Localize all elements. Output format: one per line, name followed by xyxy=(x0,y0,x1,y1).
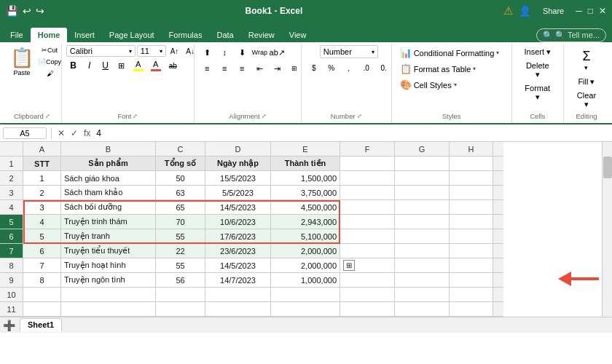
cell-c1[interactable]: Tổng số xyxy=(156,157,205,171)
cell-e10[interactable] xyxy=(271,288,340,302)
tab-view[interactable]: View xyxy=(282,28,314,42)
sum-button[interactable]: Σ ▾ xyxy=(576,45,597,75)
cell-h11[interactable] xyxy=(450,302,493,317)
vertical-scrollbar[interactable] xyxy=(602,142,612,317)
cell-b2[interactable]: Sách giáo khoa xyxy=(61,171,156,186)
cell-a9[interactable]: 8 xyxy=(23,273,61,288)
cell-d6[interactable]: 17/6/2023 xyxy=(205,229,271,244)
cell-c10[interactable] xyxy=(156,288,205,302)
cell-h1[interactable] xyxy=(450,157,493,171)
cell-h8[interactable] xyxy=(450,258,493,273)
cell-d8[interactable]: 14/5/2023 xyxy=(205,258,271,273)
save-icon[interactable]: 💾 xyxy=(6,5,18,17)
decrease-decimal-button[interactable]: 0. xyxy=(376,61,392,74)
paste-button[interactable]: 📋 Paste xyxy=(7,45,36,78)
format-cells-button[interactable]: Format ▾ xyxy=(517,82,559,104)
col-header-a[interactable]: A xyxy=(23,142,61,157)
col-header-d[interactable]: D xyxy=(205,142,271,157)
cell-b3[interactable]: Sách tham khảo xyxy=(61,186,156,200)
cell-g1[interactable] xyxy=(395,157,450,171)
row-header-2[interactable]: 2 xyxy=(0,171,23,186)
tab-data[interactable]: Data xyxy=(209,28,240,42)
format-painter-button[interactable]: 🖌 xyxy=(39,68,60,79)
decrease-indent-button[interactable]: ⇤ xyxy=(251,61,267,76)
row-header-4[interactable]: 4 xyxy=(0,200,23,215)
cell-d5[interactable]: 10/6/2023 xyxy=(205,215,271,229)
cell-f10[interactable] xyxy=(340,288,395,302)
cell-e5[interactable]: 2,943,000 xyxy=(271,215,340,229)
cell-c7[interactable]: 22 xyxy=(156,244,205,258)
tab-file[interactable]: File xyxy=(3,28,31,42)
cell-a10[interactable] xyxy=(23,288,61,302)
number-format-selector[interactable]: Number ▾ xyxy=(320,45,378,58)
undo-icon[interactable]: ↩ xyxy=(23,5,31,17)
borders-button[interactable]: ⊞ xyxy=(114,60,129,72)
cell-a3[interactable]: 2 xyxy=(23,186,61,200)
cell-a7[interactable]: 6 xyxy=(23,244,61,258)
cell-c5[interactable]: 70 xyxy=(156,215,205,229)
cell-c6[interactable]: 55 xyxy=(156,229,205,244)
cell-d10[interactable] xyxy=(205,288,271,302)
cell-g5[interactable] xyxy=(395,215,450,229)
format-as-table-button[interactable]: 📋 Format as Table ▾ xyxy=(396,61,503,76)
cell-d4[interactable]: 14/5/2023 xyxy=(205,200,271,215)
row-header-9[interactable]: 9 xyxy=(0,273,23,288)
font-color-button[interactable]: A xyxy=(148,58,164,73)
cell-c9[interactable]: 56 xyxy=(156,273,205,288)
col-header-h[interactable]: H xyxy=(450,142,493,157)
cell-styles-button[interactable]: 🎨 Cell Styles ▾ xyxy=(396,77,503,92)
cell-c3[interactable]: 63 xyxy=(156,186,205,200)
copy-button[interactable]: 📄 Copy xyxy=(39,57,60,67)
share-button[interactable]: Share xyxy=(537,4,570,17)
cell-a1[interactable]: STT xyxy=(23,157,61,171)
cell-e6[interactable]: 5,100,000 xyxy=(271,229,340,244)
align-left-button[interactable]: ≡ xyxy=(199,61,215,76)
tab-home[interactable]: Home xyxy=(31,28,68,42)
font-expand-icon[interactable]: ⤢ xyxy=(133,113,138,119)
row-header-5[interactable]: 5 xyxy=(0,215,23,229)
font-increase-button[interactable]: A↑ xyxy=(168,46,182,57)
cell-f2[interactable] xyxy=(340,171,395,186)
cell-g8[interactable] xyxy=(395,258,450,273)
cell-c8[interactable]: 55 xyxy=(156,258,205,273)
tab-review[interactable]: Review xyxy=(241,28,282,42)
row-header-8[interactable]: 8 xyxy=(0,258,23,273)
tab-formulas[interactable]: Formulas xyxy=(162,28,210,42)
cancel-formula-icon[interactable]: ✕ xyxy=(56,128,66,138)
col-header-f[interactable]: F xyxy=(340,142,395,157)
cell-a6[interactable]: 5 xyxy=(23,229,61,244)
redo-icon[interactable]: ↪ xyxy=(36,5,44,17)
cell-reference-box[interactable] xyxy=(3,127,47,139)
cell-c4[interactable]: 65 xyxy=(156,200,205,215)
cell-h5[interactable] xyxy=(450,215,493,229)
cell-f1[interactable] xyxy=(340,157,395,171)
cell-a11[interactable] xyxy=(23,302,61,317)
cell-f11[interactable] xyxy=(340,302,395,317)
cell-e7[interactable]: 2,000,000 xyxy=(271,244,340,258)
col-header-c[interactable]: C xyxy=(156,142,205,157)
cell-e8[interactable]: 2,000,000 xyxy=(271,258,340,273)
cell-f8[interactable]: ⊞ xyxy=(340,258,395,273)
cell-h2[interactable] xyxy=(450,171,493,186)
tab-page-layout[interactable]: Page Layout xyxy=(102,28,162,42)
col-header-e[interactable]: E xyxy=(271,142,340,157)
cell-b5[interactable]: Truyện trinh thám xyxy=(61,215,156,229)
add-sheet-button[interactable]: ➕ xyxy=(3,320,15,331)
cell-h10[interactable] xyxy=(450,288,493,302)
comma-button[interactable]: , xyxy=(341,61,357,74)
autofill-icon[interactable]: ⊞ xyxy=(343,260,355,271)
cell-b6[interactable]: Truyện tranh xyxy=(61,229,156,244)
alignment-expand-icon[interactable]: ⤢ xyxy=(262,113,267,119)
cell-g6[interactable] xyxy=(395,229,450,244)
align-right-button[interactable]: ≡ xyxy=(234,61,250,76)
clear-button[interactable]: Clear ▾ xyxy=(568,89,605,111)
cell-d9[interactable]: 14/7/2023 xyxy=(205,273,271,288)
cell-e4[interactable]: 4,500,000 xyxy=(271,200,340,215)
cell-g7[interactable] xyxy=(395,244,450,258)
maximize-icon[interactable]: □ xyxy=(588,6,593,16)
fill-color-button[interactable]: A xyxy=(130,58,146,73)
cell-h4[interactable] xyxy=(450,200,493,215)
merge-center-button[interactable]: ⊞ xyxy=(286,61,302,76)
cell-f4[interactable] xyxy=(340,200,395,215)
cell-b10[interactable] xyxy=(61,288,156,302)
